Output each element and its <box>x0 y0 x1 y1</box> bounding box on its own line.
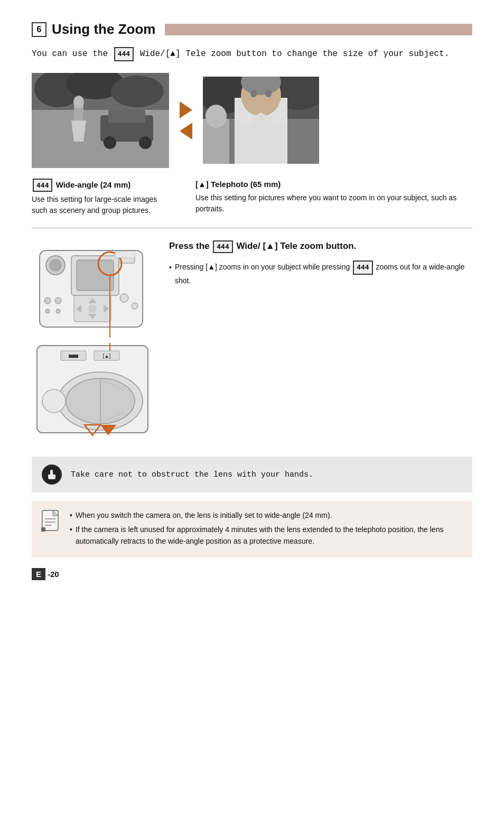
svg-text:[▲]: [▲] <box>102 353 111 359</box>
telephoto-image <box>203 77 319 164</box>
section-divider <box>32 228 472 228</box>
zoom-arrows <box>180 101 192 139</box>
page-header: 6 Using the Zoom <box>32 21 472 38</box>
note-text: • When you switch the camera on, the len… <box>70 509 463 549</box>
page-title: Using the Zoom <box>52 21 155 38</box>
photo-comparison <box>32 73 472 168</box>
title-bar-decoration <box>165 24 472 35</box>
warning-icon: ! <box>41 464 62 485</box>
svg-point-9 <box>139 136 152 149</box>
wide-angle-caption-title: 444 Wide-angle (24 mm) <box>32 179 169 192</box>
svg-point-25 <box>206 105 227 128</box>
camera-bottom-diagram: ■■■ [▲] <box>32 343 153 446</box>
svg-point-42 <box>120 294 128 302</box>
warning-svg: ! <box>41 464 62 485</box>
svg-point-35 <box>56 309 60 313</box>
svg-rect-46 <box>115 252 135 258</box>
svg-point-34 <box>45 309 50 313</box>
left-arrow-icon <box>180 123 192 139</box>
camera-zoom-svg: ■■■ [▲] <box>32 343 153 446</box>
wide-angle-svg <box>32 73 169 168</box>
warning-text: Take care not to obstruct the lens with … <box>71 470 313 479</box>
svg-point-4 <box>111 76 164 107</box>
camera-top-svg <box>32 240 153 338</box>
svg-rect-7 <box>108 110 145 123</box>
svg-point-32 <box>44 297 51 304</box>
telephoto-photo <box>203 77 319 164</box>
svg-point-30 <box>49 259 62 272</box>
page-letter-box: E <box>32 568 45 580</box>
svg-point-57 <box>42 389 66 413</box>
camera-diagrams: ■■■ [▲] <box>32 240 153 446</box>
note-bullet-2: • If the camera is left unused for appro… <box>70 524 463 547</box>
instruction-title: Press the 444 Wide/ [▲] Tele zoom button… <box>169 240 472 253</box>
svg-point-8 <box>104 136 116 149</box>
svg-point-43 <box>132 303 138 309</box>
warning-box: ! Take care not to obstruct the lens wit… <box>32 457 472 492</box>
note-bullet-1: • When you switch the camera on, the len… <box>70 509 463 521</box>
instructions-section: ■■■ [▲] Press the <box>32 240 472 446</box>
instruction-body: • Pressing [▲] zooms in on your subject … <box>169 261 472 286</box>
svg-point-21 <box>265 90 272 97</box>
svg-point-33 <box>55 297 61 304</box>
note-box: • When you switch the camera on, the len… <box>32 501 472 557</box>
svg-text:■■■: ■■■ <box>69 353 78 359</box>
wide-button-icon: 444 <box>114 47 134 61</box>
instruction-bullet: • Pressing [▲] zooms in on your subject … <box>169 261 472 286</box>
telephoto-svg <box>203 77 319 164</box>
telephoto-caption: [▲] Telephoto (65 mm) Use this setting f… <box>195 179 472 217</box>
page-footer: E -20 <box>32 568 472 580</box>
intro-text: You can use the 444 Wide/[▲] Tele zoom b… <box>32 47 472 61</box>
page-number: -20 <box>48 570 59 579</box>
wide-icon-small: 444 <box>33 179 52 192</box>
camera-top-diagram <box>32 240 153 338</box>
photo-captions: 444 Wide-angle (24 mm) Use this setting … <box>32 179 472 217</box>
telephoto-caption-title: [▲] Telephoto (65 mm) <box>195 179 472 191</box>
wide-angle-image <box>32 73 169 168</box>
wide-angle-photo <box>32 73 169 168</box>
right-arrow-icon <box>180 101 192 118</box>
wide-btn-inline: 444 <box>353 261 372 275</box>
svg-rect-69 <box>41 527 45 532</box>
wide-btn: 444 <box>213 240 232 253</box>
note-icon <box>41 509 61 533</box>
section-number: 6 <box>32 22 46 37</box>
svg-point-11 <box>73 96 84 108</box>
svg-point-20 <box>250 90 257 97</box>
svg-point-41 <box>88 304 97 313</box>
svg-rect-23 <box>237 123 285 164</box>
note-svg <box>41 509 61 533</box>
instruction-text: Press the 444 Wide/ [▲] Tele zoom button… <box>169 240 472 289</box>
wide-angle-caption: 444 Wide-angle (24 mm) Use this setting … <box>32 179 169 217</box>
